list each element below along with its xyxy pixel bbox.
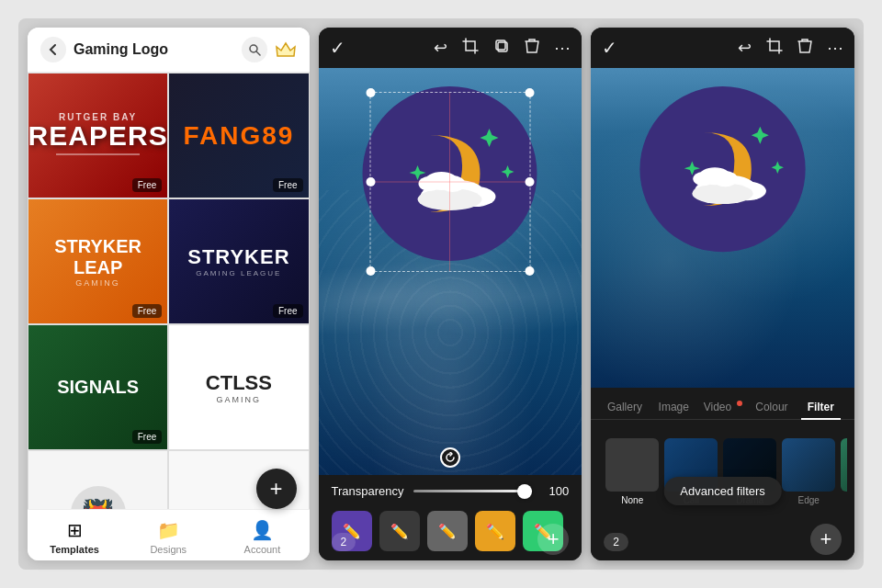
template-item-stryker-leap[interactable]: STRYKER LEAP GAMING Free: [28, 198, 168, 324]
add-design-button[interactable]: +: [256, 469, 297, 509]
fang-label: FANG89: [183, 121, 294, 151]
nav-account-label: Account: [244, 544, 281, 555]
nav-designs[interactable]: 📁 Designs: [121, 515, 215, 559]
filter-none-label: None: [621, 495, 643, 505]
panel-title: Gaming Logo: [74, 41, 234, 58]
check-icon[interactable]: ✓: [330, 37, 345, 59]
svg-line-1: [256, 51, 260, 55]
add-button-editor[interactable]: +: [537, 524, 569, 555]
screenshot-container: Gaming Logo RUTGER BAY: [18, 18, 864, 570]
panel-editor: ✓ ↩ ⋯: [319, 28, 582, 560]
handle-tl[interactable]: [366, 88, 375, 97]
handle-ml[interactable]: [366, 177, 375, 187]
page-indicator-filter: 2: [604, 533, 628, 551]
nav-designs-label: Designs: [150, 544, 187, 555]
slider-thumb[interactable]: [517, 484, 532, 499]
template-item-demon[interactable]: 👹: [28, 450, 168, 509]
more-icon[interactable]: ⋯: [554, 38, 571, 58]
undo-icon[interactable]: ↩: [434, 38, 447, 58]
bottom-nav: ⊞ Templates 📁 Designs 👤 Account: [28, 509, 310, 560]
filter-toolbar: ✓ ↩ ⋯: [591, 28, 854, 68]
swatch-gray[interactable]: ✏️: [427, 511, 468, 551]
nav-templates[interactable]: ⊞ Templates: [28, 515, 121, 559]
filter-none[interactable]: None: [605, 438, 659, 505]
handle-br[interactable]: [525, 266, 534, 276]
pencil-icon-orange: ✏️: [486, 523, 504, 540]
nav-account[interactable]: 👤 Account: [215, 515, 309, 559]
tab-video[interactable]: Video: [698, 395, 747, 419]
designs-icon: 📁: [157, 519, 180, 541]
template-item-signals[interactable]: SIGNALS Free: [28, 324, 168, 450]
filter-delete-icon[interactable]: [797, 38, 812, 59]
swatch-dark[interactable]: ✏️: [379, 511, 420, 551]
transparency-value: 100: [541, 484, 569, 498]
templates-scroll: RUTGER BAY REAPERS Free FANG89 Free: [28, 73, 310, 509]
filter-none-img: [605, 438, 659, 492]
filter-canvas: [591, 68, 854, 388]
editor-canvas: [319, 68, 582, 475]
panel-templates: Gaming Logo RUTGER BAY: [28, 28, 310, 560]
tab-colour[interactable]: Colour: [747, 395, 796, 419]
page-indicator-editor: 2: [332, 533, 356, 551]
crown-icon[interactable]: [275, 39, 297, 61]
templates-grid: RUTGER BAY REAPERS Free FANG89 Free: [28, 73, 310, 509]
advanced-filters-button[interactable]: Advanced filters: [663, 477, 782, 505]
filter-ep[interactable]: Ep...: [841, 438, 847, 505]
filter-check-icon[interactable]: ✓: [602, 37, 617, 59]
tab-image[interactable]: Image: [650, 395, 698, 419]
templates-icon: ⊞: [67, 519, 83, 541]
color-swatches: ✏️ ✏️ ✏️ ✏️ ✏️: [332, 511, 570, 551]
free-badge-stryker: Free: [273, 304, 303, 318]
handle-mr[interactable]: [525, 177, 534, 187]
template-item-fang[interactable]: FANG89 Free: [168, 73, 309, 198]
add-button-filter[interactable]: +: [810, 524, 842, 555]
panel-filter: ✓ ↩ ⋯: [591, 28, 854, 560]
search-button[interactable]: [242, 37, 267, 62]
handle-bl[interactable]: [366, 266, 375, 276]
free-badge-fang: Free: [273, 178, 303, 192]
selection-overlay: [369, 92, 530, 272]
svg-point-19: [713, 171, 738, 187]
free-badge: Free: [132, 178, 163, 192]
transparency-row: Transparency 100: [332, 484, 570, 498]
editor-toolbar: ✓ ↩ ⋯: [319, 28, 582, 68]
pencil-icon-gray: ✏️: [438, 523, 457, 540]
back-button[interactable]: [40, 37, 66, 62]
pencil-icon-dark: ✏️: [390, 523, 409, 540]
filter-ep-img: [841, 438, 847, 492]
account-icon: 👤: [251, 519, 274, 541]
svg-point-18: [693, 172, 714, 186]
free-badge-signals: Free: [132, 430, 163, 444]
filter-undo-icon[interactable]: ↩: [738, 38, 752, 58]
filter-edge[interactable]: Edge: [782, 438, 835, 505]
transparency-slider[interactable]: [413, 490, 533, 492]
handle-tr[interactable]: [525, 88, 534, 97]
video-dot: [737, 401, 742, 406]
template-item-reapers[interactable]: RUTGER BAY REAPERS Free: [28, 73, 168, 198]
free-badge-stryker-leap: Free: [132, 304, 163, 318]
filter-tabs: Gallery Image Video Colour Filter: [591, 388, 854, 420]
panel-header: Gaming Logo: [28, 28, 310, 73]
template-item-stryker[interactable]: STRYKER GAMING LEAGUE Free: [168, 198, 309, 324]
rotate-handle[interactable]: [440, 447, 460, 468]
filter-crop-icon[interactable]: [766, 38, 783, 59]
copy-icon[interactable]: [493, 38, 510, 59]
template-item-ctlss[interactable]: CTLSS GAMING: [168, 324, 309, 450]
nav-templates-label: Templates: [50, 544, 99, 555]
tab-gallery[interactable]: Gallery: [600, 395, 649, 419]
swatch-orange[interactable]: ✏️: [475, 511, 515, 551]
transparency-label: Transparency: [332, 484, 404, 498]
delete-icon[interactable]: [525, 38, 539, 59]
filter-edge-img: [782, 438, 835, 492]
tab-filter[interactable]: Filter: [797, 395, 845, 419]
crop-icon[interactable]: [462, 38, 479, 59]
filter-more-icon[interactable]: ⋯: [827, 38, 843, 58]
filter-edge-label: Edge: [798, 495, 820, 505]
